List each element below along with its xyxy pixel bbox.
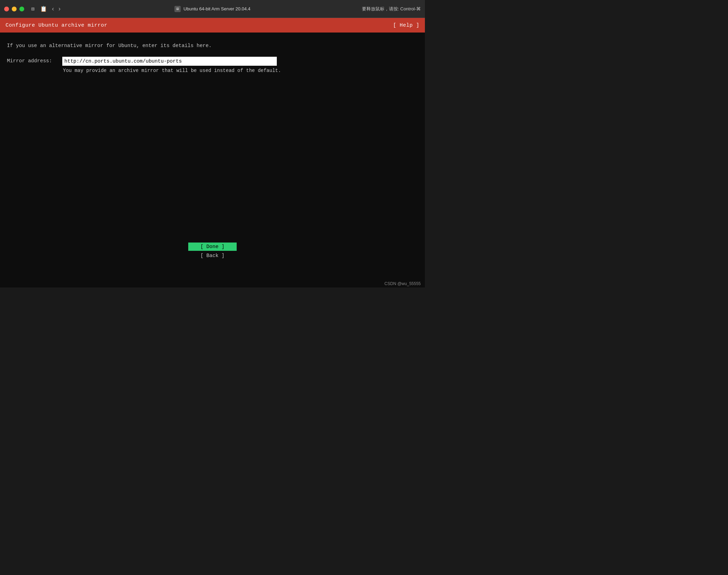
- terminal-area: Configure Ubuntu archive mirror [ Help ]…: [0, 18, 425, 288]
- vm-icon: 🖥: [174, 6, 181, 12]
- titlebar-center: 🖥 Ubuntu 64-bit Arm Server 20.04.4: [174, 6, 251, 12]
- statusbar-text: CSDN @wu_55555: [384, 281, 421, 286]
- titlebar-hint: 要释放鼠标，请按: Control-⌘: [362, 6, 421, 12]
- content-area: If you use an alternative mirror for Ubu…: [0, 33, 425, 81]
- done-button[interactable]: [ Done ]: [188, 243, 237, 251]
- screenshot-icon[interactable]: 📋: [40, 6, 47, 12]
- traffic-lights: [4, 7, 24, 11]
- maximize-button[interactable]: [19, 7, 24, 11]
- window-title: Ubuntu 64-bit Arm Server 20.04.4: [183, 6, 251, 11]
- titlebar: ⊞ 📋 ‹ › 🖥 Ubuntu 64-bit Arm Server 20.04…: [0, 0, 425, 18]
- sidebar-icon[interactable]: ⊞: [31, 6, 35, 12]
- mirror-hint: You may provide an archive mirror that w…: [62, 67, 281, 74]
- back-arrow-icon[interactable]: ‹: [51, 6, 55, 12]
- config-title: Configure Ubuntu archive mirror: [6, 22, 108, 28]
- mirror-input-area: You may provide an archive mirror that w…: [62, 57, 281, 74]
- mirror-label: Mirror address:: [7, 57, 62, 65]
- statusbar: CSDN @wu_55555: [380, 280, 425, 288]
- config-header: Configure Ubuntu archive mirror [ Help ]: [0, 18, 425, 33]
- help-button[interactable]: [ Help ]: [393, 22, 419, 28]
- description-text: If you use an alternative mirror for Ubu…: [7, 42, 418, 50]
- back-button[interactable]: [ Back ]: [188, 252, 237, 260]
- forward-arrow-icon[interactable]: ›: [57, 6, 61, 12]
- mirror-row: Mirror address: You may provide an archi…: [7, 57, 418, 74]
- nav-arrows: ‹ ›: [51, 6, 62, 12]
- close-button[interactable]: [4, 7, 9, 11]
- titlebar-icons: ⊞ 📋: [31, 6, 47, 12]
- buttons-area: [ Done ] [ Back ]: [188, 243, 237, 260]
- mirror-address-input[interactable]: [62, 57, 277, 66]
- minimize-button[interactable]: [12, 7, 17, 11]
